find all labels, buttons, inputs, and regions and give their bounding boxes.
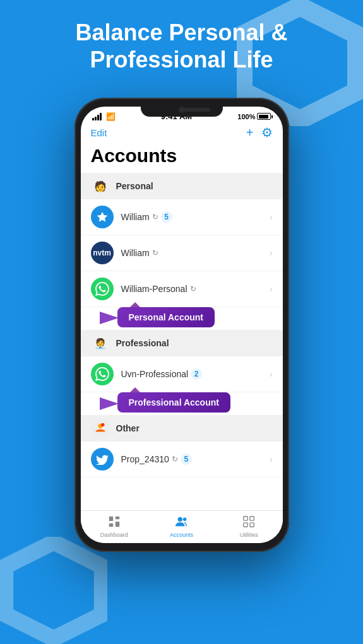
tab-utilities-label: Utilities [240,532,258,538]
accounts-icon [175,515,189,530]
tooltip-pointer-professional [100,397,119,410]
other-avatar [91,419,110,438]
accounts-list: 🧑 Personal William ↻ 5 › [81,173,283,543]
other-label: Other [116,423,140,433]
william-nvtm-icon: nvtm [91,242,114,264]
prop-24310-icon [91,448,114,471]
account-row-william-nvtm[interactable]: nvtm William ↻ › [81,235,283,271]
account-row-william-personal[interactable]: William-Personal ↻ › [81,271,283,307]
section-other: Other [81,415,283,442]
status-left: 📶 [92,112,116,121]
account-row-william-star[interactable]: William ↻ 5 › [81,199,283,235]
william-star-info: William ↻ 5 [121,211,270,223]
page-title: Accounts [81,143,283,173]
william-star-icon [91,206,114,228]
section-professional: 🧑‍💼 Professional [81,330,283,356]
account-row-prop-24310[interactable]: Prop_24310 ↻ 5 › [81,442,283,477]
section-personal: 🧑 Personal [81,173,283,199]
prop-24310-info: Prop_24310 ↻ 5 [121,454,270,465]
william-star-chevron: › [270,212,273,222]
bg-deco-bottom-left [0,537,107,644]
hero-title: Balance Personal & Professional Life [0,19,363,73]
prop-24310-badge: 5 [181,454,192,465]
uvn-professional-chevron: › [270,369,273,379]
prop-24310-chevron: › [270,454,273,464]
svg-point-8 [177,517,182,522]
svg-rect-13 [250,523,254,527]
svg-point-3 [100,423,104,427]
william-personal-icon [91,278,114,300]
professional-account-tooltip-row: Professional Account [100,392,283,413]
svg-rect-5 [116,517,119,520]
tab-dashboard-label: Dashboard [100,532,128,538]
wifi-icon: 📶 [106,112,116,121]
svg-rect-6 [116,522,119,527]
svg-point-9 [182,518,186,522]
svg-rect-7 [109,524,113,527]
personal-avatar: 🧑 [91,177,110,196]
personal-tooltip-group: William-Personal ↻ › [81,271,283,327]
personal-label: Personal [116,181,153,191]
utilities-icon [242,515,256,530]
uvn-professional-badge: 2 [191,368,202,380]
battery-fill [259,115,268,119]
battery-icon [257,113,271,120]
account-row-uvn-professional[interactable]: Uvn-Professional 2 › [81,356,283,392]
tab-accounts[interactable]: Accounts [148,515,215,538]
william-personal-info: William-Personal ↻ [121,284,270,294]
phone-device: 📶 9:41 AM 100% Edit + ⚙ [74,98,289,552]
william-star-badge: 5 [161,211,172,223]
professional-label: Professional [116,338,169,348]
william-nvtm-name: William [121,248,150,258]
phone-screen: 📶 9:41 AM 100% Edit + ⚙ [81,107,283,543]
edit-button[interactable]: Edit [91,127,107,138]
william-star-sync: ↻ [152,213,158,221]
uvn-professional-name: Uvn-Professional [121,369,189,379]
uvn-professional-icon [91,363,114,385]
add-button[interactable]: + [246,126,254,139]
tab-dashboard[interactable]: Dashboard [81,515,148,538]
signal-icon [92,113,102,120]
nav-bar: Edit + ⚙ [81,124,283,143]
william-nvtm-sync: ↻ [152,249,158,257]
william-personal-chevron: › [270,284,273,294]
uvn-professional-info: Uvn-Professional 2 [121,368,270,380]
battery-percent: 100% [237,113,255,120]
nav-icons: + ⚙ [246,126,273,139]
tooltip-pointer-personal [100,312,119,324]
william-personal-sync: ↻ [190,284,196,293]
tab-utilities[interactable]: Utilities [215,515,283,538]
william-nvtm-chevron: › [270,248,273,258]
prop-24310-sync: ↻ [172,455,178,464]
william-personal-name: William-Personal [121,284,187,294]
phone-speaker [179,108,210,112]
status-right: 100% [237,113,271,120]
personal-account-tooltip: Personal Account [117,307,215,327]
tab-accounts-label: Accounts [170,532,193,538]
tab-bar: Dashboard Accounts Utilities [81,510,283,543]
svg-rect-11 [250,517,254,520]
william-star-name: William [121,212,150,222]
professional-tooltip-group: Uvn-Professional 2 › [81,356,283,413]
settings-button[interactable]: ⚙ [261,126,273,139]
william-nvtm-info: William ↻ [121,248,270,258]
svg-marker-1 [6,542,102,639]
professional-avatar: 🧑‍💼 [91,334,110,353]
personal-account-tooltip-row: Personal Account [100,307,283,327]
svg-rect-12 [244,523,247,527]
professional-account-tooltip: Professional Account [117,392,230,413]
svg-rect-4 [109,517,113,521]
dashboard-icon [107,515,121,530]
svg-rect-10 [244,517,247,520]
prop-24310-name: Prop_24310 [121,454,169,464]
